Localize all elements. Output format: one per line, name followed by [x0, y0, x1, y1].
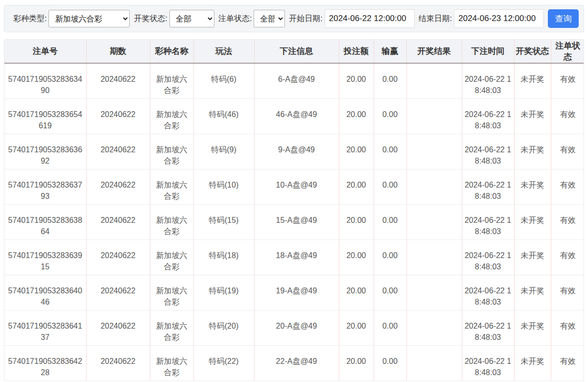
cell-bet-amount: 20.00 [339, 169, 374, 204]
cell-draw-status: 未开奖 [514, 275, 551, 310]
cell-win-loss: 0.00 [374, 345, 406, 381]
cell-play-type: 特码(10) [193, 169, 254, 204]
cell-draw-status: 未开奖 [514, 98, 551, 134]
cell-period: 20240622 [86, 239, 150, 275]
cell-bet-info: 6-A盘@49 [254, 63, 339, 98]
cell-bet-number: 5740171905328363490 [4, 63, 86, 98]
query-button[interactable]: 查询 [548, 9, 579, 28]
cell-bet-amount: 20.00 [339, 134, 374, 169]
end-date-label: 结束日期: [419, 14, 452, 24]
cell-bet-time: 2024-06-22 18:48:03 [462, 63, 514, 98]
cell-lottery-name: 新加坡六合彩 [150, 98, 193, 134]
cell-win-loss: 0.00 [374, 239, 406, 275]
cell-lottery-name: 新加坡六合彩 [150, 134, 193, 169]
cell-win-loss: 0.00 [374, 134, 406, 169]
start-date-input[interactable] [325, 9, 415, 28]
cell-bet-info: 15-A盘@49 [254, 204, 339, 239]
draw-status-select[interactable]: 全部 [169, 10, 214, 27]
cell-bet-time: 2024-06-22 18:48:03 [462, 310, 514, 345]
cell-period: 20240622 [86, 169, 150, 204]
lottery-type-select[interactable]: 新加坡六合彩 [48, 10, 130, 27]
cell-win-loss: 0.00 [374, 98, 406, 134]
cell-draw-result [406, 134, 462, 169]
cell-draw-status: 未开奖 [514, 239, 551, 275]
cell-bet-number: 5740171905328364228 [4, 345, 86, 381]
column-header-bet-time: 下注时间 [462, 40, 514, 63]
cell-play-type: 特码(20) [193, 310, 254, 345]
cell-bet-info: 18-A盘@49 [254, 239, 339, 275]
bet-records-table: 注单号期数彩种名称玩法下注信息投注额输赢开奖结果下注时间开奖状态注单状态 574… [4, 39, 584, 381]
cell-bet-time: 2024-06-22 18:48:03 [462, 204, 514, 239]
cell-draw-status: 未开奖 [514, 134, 551, 169]
cell-lottery-name: 新加坡六合彩 [150, 204, 193, 239]
cell-draw-result [406, 169, 462, 204]
cell-draw-status: 未开奖 [514, 204, 551, 239]
cell-lottery-name: 新加坡六合彩 [150, 63, 193, 98]
cell-bet-time: 2024-06-22 18:48:03 [462, 98, 514, 134]
order-status-select[interactable]: 全部 [254, 10, 285, 27]
cell-bet-time: 2024-06-22 18:48:03 [462, 275, 514, 310]
cell-order-status: 有效 [551, 345, 584, 381]
cell-order-status: 有效 [551, 98, 584, 134]
cell-lottery-name: 新加坡六合彩 [150, 169, 193, 204]
cell-play-type: 特码(6) [193, 63, 254, 98]
cell-period: 20240622 [86, 134, 150, 169]
cell-bet-info: 22-A盘@49 [254, 345, 339, 381]
cell-bet-amount: 20.00 [339, 98, 374, 134]
cell-win-loss: 0.00 [374, 310, 406, 345]
cell-period: 20240622 [86, 275, 150, 310]
cell-play-type: 特码(15) [193, 204, 254, 239]
table-header-row: 注单号期数彩种名称玩法下注信息投注额输赢开奖结果下注时间开奖状态注单状态 [4, 40, 584, 63]
cell-period: 20240622 [86, 204, 150, 239]
cell-draw-result [406, 239, 462, 275]
column-header-lottery-name: 彩种名称 [150, 40, 193, 63]
cell-order-status: 有效 [551, 134, 584, 169]
cell-bet-amount: 20.00 [339, 204, 374, 239]
cell-bet-number: 5740171905328363793 [4, 169, 86, 204]
table-row: 5740171905328365461920240622新加坡六合彩特码(46)… [4, 98, 584, 134]
cell-period: 20240622 [86, 345, 150, 381]
cell-bet-number: 5740171905328364046 [4, 275, 86, 310]
start-date-label: 开始日期: [289, 14, 322, 24]
end-date-input[interactable] [454, 9, 544, 28]
table-row: 574017190532836349020240622新加坡六合彩特码(6)6-… [4, 63, 584, 98]
cell-win-loss: 0.00 [374, 204, 406, 239]
cell-lottery-name: 新加坡六合彩 [150, 275, 193, 310]
cell-draw-result [406, 345, 462, 381]
cell-draw-result [406, 98, 462, 134]
cell-bet-time: 2024-06-22 18:48:03 [462, 169, 514, 204]
bet-records-table-grid: 注单号期数彩种名称玩法下注信息投注额输赢开奖结果下注时间开奖状态注单状态 574… [4, 40, 584, 381]
cell-bet-amount: 20.00 [339, 63, 374, 98]
cell-bet-info: 9-A盘@49 [254, 134, 339, 169]
cell-draw-status: 未开奖 [514, 310, 551, 345]
cell-bet-number: 5740171905328363864 [4, 204, 86, 239]
column-header-bet-amount: 投注额 [339, 40, 374, 63]
cell-draw-status: 未开奖 [514, 63, 551, 98]
filter-bar: 彩种类型: 新加坡六合彩 开奖状态: 全部 注单状态: 全部 开始日期: 结束日… [4, 5, 584, 32]
cell-bet-amount: 20.00 [339, 239, 374, 275]
column-header-draw-status: 开奖状态 [514, 40, 551, 63]
cell-period: 20240622 [86, 310, 150, 345]
cell-order-status: 有效 [551, 239, 584, 275]
cell-draw-status: 未开奖 [514, 169, 551, 204]
cell-period: 20240622 [86, 98, 150, 134]
column-header-bet-number: 注单号 [4, 40, 86, 63]
cell-bet-info: 46-A盘@49 [254, 98, 339, 134]
cell-bet-time: 2024-06-22 18:48:03 [462, 239, 514, 275]
column-header-draw-result: 开奖结果 [406, 40, 462, 63]
column-header-period: 期数 [86, 40, 150, 63]
cell-play-type: 特码(46) [193, 98, 254, 134]
cell-bet-amount: 20.00 [339, 275, 374, 310]
table-row: 574017190532836369220240622新加坡六合彩特码(9)9-… [4, 134, 584, 169]
cell-play-type: 特码(22) [193, 345, 254, 381]
column-header-order-status: 注单状态 [551, 40, 584, 63]
cell-bet-info: 19-A盘@49 [254, 275, 339, 310]
cell-bet-number: 5740171905328363692 [4, 134, 86, 169]
cell-bet-number: 5740171905328363915 [4, 239, 86, 275]
cell-order-status: 有效 [551, 310, 584, 345]
column-header-win-loss: 输赢 [374, 40, 406, 63]
cell-win-loss: 0.00 [374, 63, 406, 98]
cell-lottery-name: 新加坡六合彩 [150, 310, 193, 345]
table-row: 574017190532836379320240622新加坡六合彩特码(10)1… [4, 169, 584, 204]
cell-bet-info: 20-A盘@49 [254, 310, 339, 345]
